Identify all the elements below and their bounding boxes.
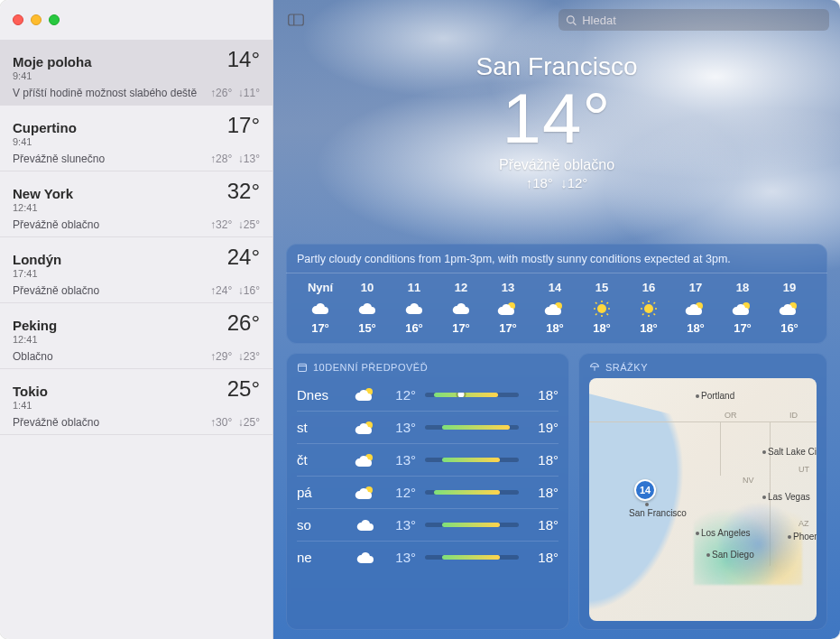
location-condition: Oblačno: [13, 350, 53, 363]
hour-icon: [813, 300, 817, 318]
hour-cell[interactable]: 1618°: [625, 281, 672, 335]
divider: [286, 273, 827, 273]
day-name: st: [297, 420, 346, 435]
temp-range-bar: [425, 523, 519, 527]
hour-label: 18: [719, 281, 766, 294]
hour-label: 10: [344, 281, 391, 294]
close-window-button[interactable]: [13, 14, 23, 25]
hour-icon: [344, 300, 391, 318]
hour-temp: 15°: [344, 321, 391, 335]
hourly-card[interactable]: Partly cloudy conditions from 1pm-3pm, w…: [286, 244, 827, 344]
fullscreen-window-button[interactable]: [49, 14, 60, 25]
temp-range-bar: [425, 555, 519, 560]
map-city-dot: [762, 450, 766, 454]
hour-label: 12: [438, 281, 485, 294]
location-hilo: ↑28° ↓13°: [210, 153, 260, 165]
sidebar-location[interactable]: Tokio1:4125°Převážně oblačno↑30° ↓25°: [0, 369, 272, 435]
location-temp: 32°: [227, 179, 260, 204]
map-pin[interactable]: 14: [634, 479, 656, 501]
hour-cell[interactable]: 1015°: [344, 281, 391, 335]
hour-label: 15: [578, 281, 625, 294]
hour-icon: [719, 300, 766, 318]
tenday-row[interactable]: ne13°18°: [297, 541, 558, 573]
hourly-strip[interactable]: Nyní17°1015°1116°1217°1317°1418°1518°161…: [297, 281, 817, 335]
svg-point-15: [644, 304, 653, 313]
hour-cell[interactable]: 1518°: [578, 281, 625, 335]
map-pin-value: 14: [640, 485, 651, 495]
svg-line-21: [654, 314, 656, 316]
app-window: Moje poloha9:4114°V příští hodině možnos…: [0, 0, 840, 639]
day-icon: [355, 420, 376, 436]
map-city-label: Los Angeles: [701, 528, 751, 538]
map-city-dot: [645, 503, 649, 506]
location-time: 1:41: [13, 400, 48, 411]
map-state-label: NV: [743, 476, 754, 485]
tenday-title: 10DENNÍ PŘEDPOVĚĎ: [313, 362, 428, 373]
hour-label: 20: [813, 281, 817, 294]
precip-header: SRÁŽKY: [589, 362, 817, 373]
location-temp: 26°: [227, 310, 260, 336]
map-line: [589, 421, 817, 422]
day-icon: [355, 518, 376, 532]
map-city-label: Salt Lake City: [768, 447, 817, 457]
hour-cell[interactable]: 1217°: [438, 281, 485, 335]
hour-label: 19: [766, 281, 813, 294]
hour-cell[interactable]: 1418°: [531, 281, 578, 335]
hour-icon: [578, 300, 625, 318]
tenday-card[interactable]: 10DENNÍ PŘEDPOVĚĎ Dnes12°18°st13°19°čt13…: [286, 353, 569, 630]
location-name: Tokio: [13, 384, 48, 399]
location-temp: 24°: [227, 245, 260, 270]
sidebar-location[interactable]: Peking12:4126°Oblačno↑29° ↓23°: [0, 303, 272, 369]
hour-icon: [766, 300, 813, 318]
search-field[interactable]: [558, 9, 829, 31]
location-time: 9:41: [13, 136, 77, 147]
tenday-row[interactable]: so13°18°: [297, 508, 558, 541]
svg-rect-28: [299, 364, 307, 371]
day-high: 18°: [528, 452, 558, 468]
hour-temp: 16°: [391, 321, 438, 335]
toggle-sidebar-button[interactable]: [284, 10, 308, 30]
map-state-label: ID: [789, 411, 798, 420]
hour-cell[interactable]: Nyní17°: [297, 281, 344, 335]
hour-icon: [672, 300, 719, 318]
map-state-label: UT: [798, 465, 809, 474]
minimize-window-button[interactable]: [31, 14, 42, 25]
sidebar-location[interactable]: Moje poloha9:4114°V příští hodině možnos…: [0, 40, 272, 106]
sidebar-location[interactable]: Londýn17:4124°Převážně oblačno↑24° ↓16°: [0, 237, 272, 303]
day-high: 18°: [528, 387, 558, 403]
sidebar-location[interactable]: New York12:4132°Převážně oblačno↑32° ↓25…: [0, 171, 272, 237]
sidebar-location[interactable]: Cupertino9:4117°Převážně slunečno↑28° ↓1…: [0, 106, 272, 171]
hour-temp: 18°: [625, 321, 672, 335]
location-name: New York: [13, 186, 73, 201]
hour-icon: [391, 300, 438, 318]
hero-condition: Převážně oblačno: [273, 157, 840, 173]
hour-cell[interactable]: 1317°: [485, 281, 531, 335]
tenday-row[interactable]: čt13°18°: [297, 443, 558, 476]
location-hilo: ↑30° ↓25°: [210, 416, 260, 429]
hour-cell[interactable]: 1116°: [391, 281, 438, 335]
precip-card[interactable]: SRÁŽKY 14 PortlandSalt Lake CityLas Vega…: [578, 353, 827, 630]
calendar-icon: [297, 362, 308, 373]
location-condition: Převážně oblačno: [13, 416, 99, 429]
location-condition: Převážně oblačno: [13, 218, 99, 231]
tenday-row[interactable]: st13°19°: [297, 411, 558, 443]
svg-line-12: [607, 314, 609, 316]
hour-icon: [625, 300, 672, 318]
svg-line-3: [573, 22, 576, 24]
map-city-dot: [762, 495, 766, 499]
tenday-row[interactable]: pá12°18°: [297, 476, 558, 508]
svg-line-14: [595, 314, 597, 316]
precip-map[interactable]: 14 PortlandSalt Lake CityLas VegasSan Fr…: [589, 378, 817, 621]
hero-city: San Francisco: [273, 52, 840, 81]
day-high: 18°: [528, 550, 558, 565]
map-line: [720, 421, 721, 476]
hour-cell[interactable]: 1718°: [672, 281, 719, 335]
hour-cell[interactable]: 2016°: [813, 281, 817, 335]
hour-temp: 17°: [485, 321, 531, 335]
day-name: Dnes: [297, 387, 346, 403]
day-low: 12°: [385, 485, 416, 500]
search-input[interactable]: [582, 14, 822, 27]
tenday-row[interactable]: Dnes12°18°: [297, 378, 558, 411]
hour-cell[interactable]: 1916°: [766, 281, 813, 335]
hour-cell[interactable]: 1817°: [719, 281, 766, 335]
